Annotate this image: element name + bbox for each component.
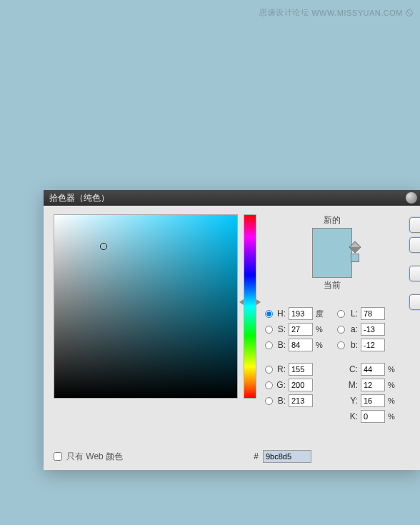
hue-arrow-right-icon <box>256 299 261 305</box>
gamut-warning-icon[interactable] <box>349 241 361 254</box>
input-h[interactable] <box>289 307 313 320</box>
input-k[interactable] <box>361 410 385 423</box>
input-l[interactable] <box>361 307 385 320</box>
saturation-value-field[interactable] <box>54 214 238 399</box>
hue-arrow-left-icon <box>239 299 244 305</box>
field-bc: B: <box>265 394 327 407</box>
input-hex[interactable] <box>263 450 311 463</box>
radio-l[interactable] <box>337 310 345 318</box>
input-b[interactable] <box>361 339 385 351</box>
swatch-current[interactable] <box>313 253 351 277</box>
field-r: R: <box>265 363 327 376</box>
gamut-swatch[interactable] <box>351 254 359 262</box>
field-g: G: <box>265 379 327 391</box>
dialog-title: 拾色器（纯色） <box>49 192 109 204</box>
input-g[interactable] <box>289 379 313 391</box>
field-l: L: <box>337 307 399 320</box>
field-a: a: <box>337 323 399 336</box>
color-swatch <box>312 228 352 278</box>
color-picker-dialog: 拾色器（纯色） 新的 <box>44 190 420 470</box>
input-r[interactable] <box>289 363 313 376</box>
watermark-text-2: WWW.MISSYUAN.COM <box>311 9 403 17</box>
web-only-checkbox-row[interactable]: 只有 Web 颜色 <box>54 451 123 463</box>
add-swatch-button[interactable]: 添加到色板 <box>409 266 420 281</box>
field-s: S: % <box>265 323 327 336</box>
swatch-new-label: 新的 <box>324 214 341 226</box>
field-y: Y: % <box>337 394 399 407</box>
libraries-button[interactable]: 颜色库 <box>409 294 420 310</box>
field-m: M: % <box>337 379 399 391</box>
field-h: H: 度 <box>265 307 327 320</box>
radio-bc[interactable] <box>265 397 273 405</box>
hex-label: # <box>254 451 259 461</box>
web-only-checkbox[interactable] <box>54 452 62 461</box>
field-b: b: <box>337 339 399 351</box>
input-c[interactable] <box>361 363 385 376</box>
input-bv[interactable] <box>289 339 313 351</box>
radio-a[interactable] <box>337 326 345 334</box>
radio-s[interactable] <box>265 326 273 334</box>
watermark: 思缘设计论坛 WWW.MISSYUAN.COM <box>259 7 413 18</box>
radio-g[interactable] <box>265 381 273 389</box>
input-y[interactable] <box>361 394 385 407</box>
input-a[interactable] <box>361 323 385 336</box>
field-bv: B: % <box>265 339 327 351</box>
web-only-label: 只有 Web 颜色 <box>66 451 123 463</box>
ok-button[interactable]: 确定 <box>409 217 420 233</box>
hue-slider[interactable] <box>244 214 256 399</box>
input-m[interactable] <box>361 379 385 391</box>
close-icon[interactable] <box>406 192 417 204</box>
field-c: C: % <box>337 363 399 376</box>
swatch-new <box>313 229 351 253</box>
radio-bv[interactable] <box>265 341 273 349</box>
input-bc[interactable] <box>289 394 313 407</box>
titlebar[interactable]: 拾色器（纯色） <box>44 190 420 206</box>
sv-cursor[interactable] <box>100 243 107 250</box>
field-k: K: % <box>337 410 399 423</box>
radio-b[interactable] <box>337 341 345 349</box>
swatch-current-label: 当前 <box>324 279 341 291</box>
globe-icon <box>406 9 413 16</box>
radio-h[interactable] <box>265 310 273 318</box>
cancel-button[interactable]: 复位 <box>409 237 420 253</box>
input-s[interactable] <box>289 323 313 336</box>
radio-r[interactable] <box>265 366 273 374</box>
watermark-text-1: 思缘设计论坛 <box>259 7 309 18</box>
